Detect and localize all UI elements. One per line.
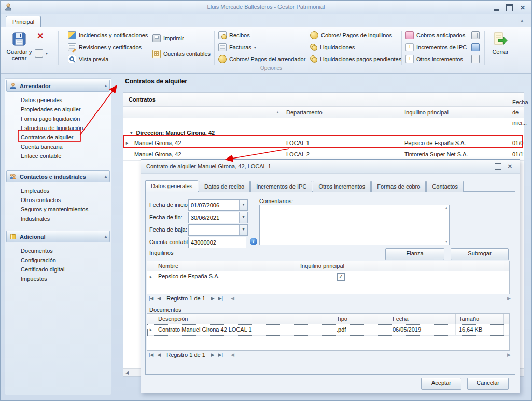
cuentas-contables-button[interactable]: Cuentas contables <box>152 49 211 59</box>
facturas-button[interactable]: Facturas ▾ <box>218 42 256 52</box>
dialog-title-bar[interactable]: Contrato de alquiler Manuel Girona, 42, … <box>141 160 520 174</box>
sidebar-item-datos-generales[interactable]: Datos generales <box>5 95 111 105</box>
scroll-track[interactable] <box>234 352 507 358</box>
contract-row-local1[interactable]: ▸ Manuel Girona, 42 LOCAL 1 Pepsico de E… <box>123 138 524 149</box>
liquidaciones-pendientes-button[interactable]: Liquidaciones pagos pendientes <box>310 54 401 64</box>
cell-inquilino[interactable]: Tintoreria Super Net S.A. <box>401 149 509 160</box>
cell-fecha[interactable]: 01/07/2006 <box>509 138 524 149</box>
header-departamento[interactable]: Departamento <box>283 107 401 118</box>
group-expand-icon[interactable]: ▾ <box>130 130 133 135</box>
scroll-left-icon[interactable]: ◀ <box>231 296 234 301</box>
header-fecha-inicio[interactable]: Fecha de inici... <box>509 107 531 118</box>
mini-tool-3-button[interactable] <box>471 54 480 64</box>
scroll-up-icon[interactable]: ▲ <box>445 206 448 209</box>
fecha-baja-input[interactable] <box>189 225 239 235</box>
ribbon-collapse-icon[interactable]: ▴ <box>521 18 523 23</box>
pager-next-icon[interactable]: ▶ <box>211 352 215 357</box>
scroll-down-icon[interactable]: ▼ <box>445 240 448 244</box>
scroll-right-icon[interactable]: ▶ <box>507 296 511 301</box>
inquilino-principal-checkbox[interactable]: ✓ <box>337 273 345 281</box>
cuenta-contable-input[interactable] <box>189 237 246 248</box>
documento-row[interactable]: ▸ Contrato Manuel Girona 42 LOCAL 1 .pdf… <box>147 324 509 336</box>
sidebar-section-arrendador[interactable]: Arrendador ▴ <box>6 80 110 92</box>
tab-otros-incrementos[interactable]: Otros incrementos <box>313 181 371 192</box>
cobros-anticipados-button[interactable]: Cobros anticipados <box>405 31 465 40</box>
imprimir-button[interactable]: Imprimir <box>152 34 184 43</box>
maximize-icon[interactable] <box>506 4 513 11</box>
header-fecha[interactable]: Fecha <box>389 314 456 324</box>
header-direccion[interactable]: ▲ <box>131 107 283 118</box>
mini-tool-2-button[interactable] <box>471 42 480 52</box>
header-inquilino-principal[interactable]: Inquilino principal <box>297 261 385 271</box>
fecha-inicio-dropdown-icon[interactable]: ▾ <box>239 200 247 210</box>
minimize-icon[interactable] <box>494 5 499 11</box>
scroll-left-icon[interactable]: ◀ <box>123 370 131 375</box>
sidebar-item-configuracion[interactable]: Configuración <box>5 255 111 265</box>
recibos-button[interactable]: Recibos <box>218 31 250 40</box>
tab-principal[interactable]: Principal <box>6 16 41 28</box>
header-nombre[interactable]: Nombre <box>155 261 297 271</box>
cobros-arrendador-button[interactable]: Cobros/ Pagos del arrendador <box>218 54 305 64</box>
dialog-close-icon[interactable]: ✕ <box>508 163 512 170</box>
vista-previa-button[interactable]: Vista previa <box>68 54 108 64</box>
aceptar-button[interactable]: Aceptar <box>421 378 461 390</box>
cell-direccion[interactable]: Manuel Girona, 42 <box>131 149 283 160</box>
revisiones-button[interactable]: Revisiones y certificados <box>68 42 142 52</box>
inquilino-row[interactable]: ▸ Pepsico de España S.A. ✓ <box>147 271 509 282</box>
fecha-inicio-input[interactable] <box>189 200 239 210</box>
delete-options-button[interactable]: ▾ <box>35 49 48 58</box>
pager-first-icon[interactable]: |◀ <box>149 296 153 301</box>
incidencias-button[interactable]: Incidencias y notificaciones <box>68 31 148 40</box>
pager-scrollbar[interactable]: ◀ ▶ <box>231 296 511 302</box>
tab-incrementos-ipc[interactable]: Incrementos de IPC <box>250 181 312 192</box>
subrogar-button[interactable]: Subrogar <box>451 248 509 260</box>
cell-nombre[interactable]: Pepsico de España S.A. <box>155 271 297 282</box>
header-tipo[interactable]: Tipo <box>333 314 389 324</box>
grid-group-row[interactable]: ▾ Dirección: Manuel Girona, 42 <box>123 127 524 138</box>
sidebar-item-enlace-contable[interactable]: Enlace contable <box>5 151 111 161</box>
fecha-fin-input[interactable] <box>189 212 239 223</box>
pager-next-icon[interactable]: ▶ <box>211 296 215 301</box>
pager-scrollbar[interactable]: ◀ ▶ <box>231 352 511 358</box>
sidebar-item-empleados[interactable]: Empleados <box>5 186 111 195</box>
scroll-right-icon[interactable]: ▶ <box>507 352 511 357</box>
comentarios-input[interactable] <box>260 205 449 245</box>
fecha-baja-dropdown-icon[interactable]: ▾ <box>239 225 247 235</box>
sidebar-item-contratos-alquiler[interactable]: Contratos de alquiler <box>5 133 111 142</box>
sidebar-item-documentos[interactable]: Documentos <box>5 246 111 255</box>
dialog-maximize-icon[interactable] <box>495 163 501 170</box>
cell-inquilino[interactable]: Pepsico de España S.A. <box>401 138 509 149</box>
liquidaciones-button[interactable]: Liquidaciones <box>310 42 355 52</box>
sidebar-item-cuenta-bancaria[interactable]: Cuenta bancaria <box>5 142 111 151</box>
cobros-inquilinos-button[interactable]: Cobros/ Pagos de inquilinos <box>310 31 392 40</box>
mini-tool-1-button[interactable] <box>471 31 480 40</box>
pager-last-icon[interactable]: ▶| <box>218 296 223 301</box>
save-close-button[interactable]: Guardar y cerrar <box>6 29 33 69</box>
sidebar-item-industriales[interactable]: Industriales <box>5 214 111 223</box>
cell-descripcion[interactable]: Contrato Manuel Girona 42 LOCAL 1 <box>155 324 333 335</box>
otros-incrementos-button[interactable]: ↑ Otros incrementos <box>405 54 463 64</box>
tab-contactos[interactable]: Contactos <box>426 181 464 192</box>
scroll-left-icon[interactable]: ◀ <box>231 352 234 357</box>
sidebar-item-impuestos[interactable]: Impuestos <box>5 274 111 283</box>
sidebar-item-otros-contactos[interactable]: Otros contactos <box>5 195 111 205</box>
sidebar-section-contactos[interactable]: Contactos e industriales ▴ <box>6 170 110 182</box>
header-tamano[interactable]: Tamaño <box>456 314 504 324</box>
cerrar-button[interactable]: Cerrar <box>487 29 514 69</box>
cell-fecha[interactable]: 01/11/2011 <box>509 149 524 160</box>
cell-tipo[interactable]: .pdf <box>333 324 389 335</box>
close-icon[interactable]: ✕ <box>520 5 525 11</box>
sidebar-item-seguros[interactable]: Seguros y mantenimientos <box>5 205 111 214</box>
info-icon[interactable]: i <box>250 238 257 245</box>
header-descripcion[interactable]: Descripción <box>155 314 333 324</box>
pager-prev-icon[interactable]: ◀ <box>157 352 161 357</box>
cell-tamano[interactable]: 16,64 KB <box>456 324 504 335</box>
scroll-track[interactable] <box>234 296 507 302</box>
tab-datos-generales[interactable]: Datos generales <box>145 180 198 192</box>
fianza-button[interactable]: Fianza <box>385 248 444 260</box>
header-inquilino[interactable]: Inquilino principal <box>401 107 509 118</box>
tab-datos-recibo[interactable]: Datos de recibo <box>199 181 250 192</box>
sidebar-item-estructura[interactable]: Estructura de liquidación <box>5 123 111 133</box>
incrementos-ipc-button[interactable]: ↑ Incrementos de IPC <box>405 42 467 52</box>
cell-departamento[interactable]: LOCAL 1 <box>283 138 401 149</box>
